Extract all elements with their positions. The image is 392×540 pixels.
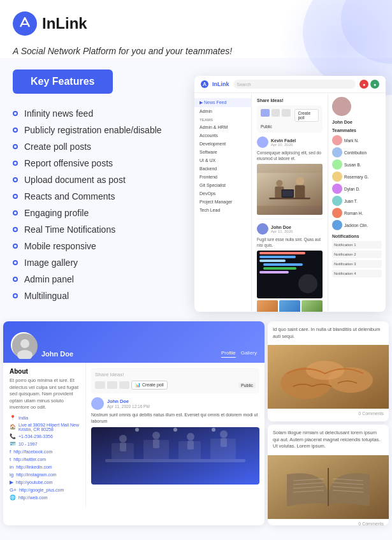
teammate-4: Rosemary G. (332, 171, 382, 182)
about-text: Et porro quo minima et iure. Et delectus… (10, 377, 79, 411)
svg-rect-9 (269, 198, 310, 200)
poster-time-1: Apr 10, 2020 (271, 143, 296, 147)
post-action-2[interactable] (272, 109, 280, 117)
svg-point-23 (152, 432, 160, 439)
nav-software[interactable]: Software (194, 148, 251, 156)
teammate-name-3: Susan B. (344, 163, 361, 167)
nav-news-feed[interactable]: ▶ News Feed (194, 98, 251, 107)
nav-admin[interactable]: Admin (194, 107, 251, 115)
right-card-top-content: Id quo saint care. In nulla ut blanditii… (268, 321, 389, 345)
features-list: Infinity news feed Publicly registration… (13, 105, 172, 304)
twitter-icon: t (10, 456, 11, 462)
poster-row-1: Kevin Fadel Apr 10, 2020 (257, 136, 323, 148)
profile-poster-info: John Doe Apr 11, 2020 12:16 PM (107, 398, 150, 409)
teammate-name-4: Rosemary G. (344, 175, 368, 179)
nav-git[interactable]: Git Specialist (194, 181, 251, 189)
app-topbar: InLink Search ● ● (194, 76, 386, 93)
youtube-link[interactable]: http://youtube.com (16, 480, 53, 485)
profile-create-poll[interactable]: 📊 Create poll (131, 381, 168, 390)
feature-label-12: Multilingual (24, 291, 69, 301)
location-row: 📍 India (10, 415, 79, 421)
location-text: India (18, 416, 28, 420)
profile-about: About Et porro quo minima et iure. Et de… (3, 363, 86, 507)
notif-item-1: Notification 1 (332, 241, 382, 249)
google-link[interactable]: http://google_plus.com (19, 488, 64, 492)
teammate-avatar-7 (332, 208, 342, 218)
app-mockup: InLink Search ● ● ▶ News Feed (194, 76, 386, 312)
right-column: Id quo saint care. In nulla ut blanditii… (268, 321, 389, 525)
share-action-2[interactable] (107, 381, 117, 389)
feature-item-4: Report offensive posts (13, 155, 172, 171)
feed-post-2: John Doe Apr 11, 2020 Fugit iure esse nu… (257, 223, 323, 312)
post-action-1[interactable] (261, 109, 270, 117)
instagram-icon: ig (10, 472, 13, 478)
public-label: Public (261, 124, 272, 129)
id-row: 🪪 10 - 1997 (10, 441, 79, 447)
feature-item-9: Mobile responsive (13, 238, 172, 254)
create-poll-button[interactable]: Create poll (294, 109, 319, 122)
facebook-link[interactable]: http://facebook.com (13, 449, 52, 454)
feed-post-1: Kevin Fadel Apr 10, 2020 Consequque adip… (257, 136, 323, 219)
feature-dot-12 (13, 293, 18, 298)
address-row: 🏠 Live at 38092 Hilpert Mall New Kristin… (10, 423, 79, 432)
poster-row-2: John Doe Apr 11, 2020 (257, 223, 323, 235)
nav-ui-ux[interactable]: UI & UX (194, 156, 251, 164)
youtube-icon: ▶ (10, 479, 13, 485)
feature-label-5: Upload document as post (24, 175, 126, 185)
nav-development[interactable]: Development (194, 140, 251, 148)
instagram-link[interactable]: http://instagram.com (16, 472, 56, 477)
screenshots-panel: InLink Search ● ● ▶ News Feed (185, 69, 392, 318)
share-idea-label: Share Ideas! (257, 98, 323, 103)
id-text: 10 - 1997 (18, 442, 38, 446)
profile-share-box: Share Ideas! 📊 Create poll Public (91, 368, 259, 393)
facebook-row: f http://facebook.com (10, 449, 79, 455)
key-features-button[interactable]: Key Features (13, 69, 113, 94)
svg-rect-16 (105, 459, 245, 462)
share-action-1[interactable] (95, 381, 105, 389)
profile-header: John Doe Profile Gallery (3, 321, 265, 363)
svg-point-5 (276, 180, 282, 186)
nav-tech-lead[interactable]: Tech Lead (194, 206, 251, 214)
right-card-bottom-text: Solam illogue nimiam ut delectusant lore… (273, 430, 384, 450)
post-action-3[interactable] (282, 109, 291, 117)
tab-gallery[interactable]: Gallery (241, 349, 257, 358)
app-feed: Share Ideas! Create poll (252, 93, 328, 312)
share-action-3[interactable] (119, 381, 129, 389)
web-row: 🌐 http://web.com (10, 495, 79, 500)
notif-red-icon[interactable]: ● (359, 80, 368, 89)
teammate-name-5: Dylan D. (344, 187, 360, 191)
nav-admin-hrm[interactable]: Admin & HRM (194, 123, 251, 131)
nav-frontend[interactable]: Frontend (194, 173, 251, 181)
feature-label-4: Report offensive posts (24, 158, 113, 168)
svg-rect-28 (221, 438, 227, 447)
profile-post-text: Nostrum sunt omnis qui debitis natus ill… (91, 412, 259, 425)
web-link[interactable]: http://web.com (18, 495, 48, 500)
svg-rect-11 (282, 190, 293, 196)
topbar-search[interactable]: Search (233, 80, 356, 89)
app-name: InLink (42, 15, 87, 33)
teammate-avatar-3 (332, 159, 342, 170)
feature-item-7: Engaging profile (13, 205, 172, 221)
hero-section: InLink A Social Network Platform for you… (0, 0, 392, 58)
feature-item-1: Infinity news feed (13, 105, 172, 122)
post-compose-box: Create poll Public (257, 105, 323, 133)
nav-accounts[interactable]: Accounts (194, 131, 251, 140)
notif-item-4: Notification 4 (332, 270, 382, 277)
svg-point-31 (212, 428, 215, 432)
feature-label-1: Infinity news feed (24, 108, 93, 119)
feature-label-6: Reacts and Comments (24, 191, 115, 201)
feature-dot-1 (13, 111, 18, 116)
notif-green-icon[interactable]: ● (370, 80, 379, 89)
linkedin-link[interactable]: http://linkedin.com (16, 465, 52, 469)
nav-devops[interactable]: DevOps (194, 189, 251, 198)
twitter-link[interactable]: http://twitter.com (13, 457, 46, 462)
share-actions: 📊 Create poll Public (95, 381, 256, 390)
features-panel: Key Features Infinity news feed Publicly… (0, 69, 185, 318)
post-text-1: Consequque adipiscing elit, sed do eiusm… (257, 150, 323, 161)
nav-pm[interactable]: Project Manager (194, 198, 251, 206)
nav-backend[interactable]: Backend (194, 164, 251, 173)
tab-profile[interactable]: Profile (221, 349, 236, 358)
feature-dot-10 (13, 260, 18, 265)
youtube-row: ▶ http://youtube.com (10, 479, 79, 485)
teammate-avatar-5 (332, 184, 342, 194)
